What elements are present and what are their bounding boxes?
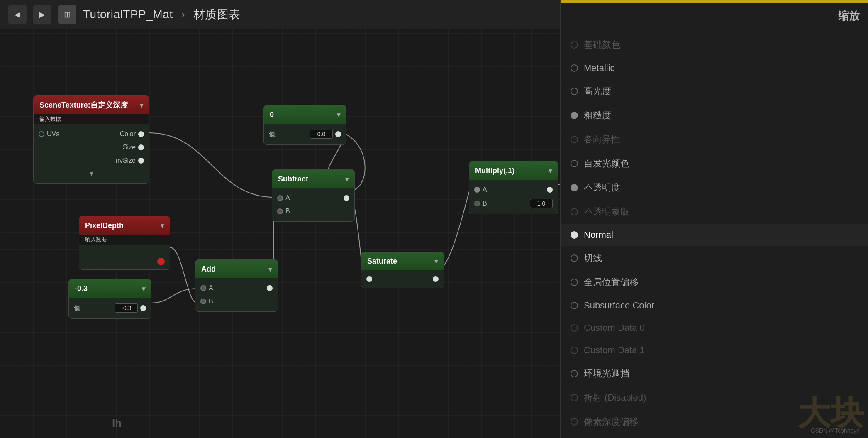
specular-dot — [571, 88, 578, 95]
subtract-out-a[interactable] — [344, 195, 349, 201]
const-neg-node: -0.3 ▾ 值 — [68, 279, 151, 319]
pixel-depth-title: PixelDepth — [85, 221, 124, 230]
saturate-header: Saturate ▾ — [361, 252, 444, 270]
add-b-port-in[interactable] — [200, 299, 206, 304]
const-neg-header: -0.3 ▾ — [69, 279, 151, 298]
multiply-body: A B — [469, 180, 558, 214]
multiply-a-port-in[interactable] — [474, 187, 480, 193]
multiply-b-port-in[interactable] — [474, 201, 480, 206]
sidebar-item-world-pos[interactable]: 全局位置偏移 — [561, 270, 868, 294]
sidebar-item-specular[interactable]: 高光度 — [561, 79, 868, 103]
saturate-node: Saturate ▾ — [361, 252, 444, 288]
multiply-header: Multiply(,1) ▾ — [469, 161, 558, 180]
bottom-hint-text: Ih — [112, 417, 122, 430]
sidebar-item-roughness[interactable]: 粗糙度 — [561, 103, 868, 127]
sidebar-item-custom-data-0[interactable]: Custom Data 0 — [561, 317, 868, 339]
base-color-dot — [571, 41, 578, 49]
add-a-port-in[interactable] — [200, 285, 206, 291]
sidebar-item-subsurface[interactable]: Subsurface Color — [561, 294, 868, 317]
invsize-row: InvSize — [34, 154, 149, 167]
breadcrumb-current: 材质图表 — [193, 7, 241, 22]
forward-button[interactable]: ▶ — [33, 5, 51, 24]
breadcrumb-separator: › — [181, 8, 185, 21]
sidebar-item-metallic[interactable]: Metallic — [561, 57, 868, 79]
zero-const-port-out[interactable] — [335, 131, 341, 137]
opacity-dot — [571, 184, 578, 191]
tangent-dot — [571, 254, 578, 262]
back-button[interactable]: ◀ — [8, 5, 27, 24]
saturate-body — [361, 270, 444, 288]
breadcrumb-root: TutorialTPP_Mat — [83, 8, 173, 21]
zero-const-input[interactable] — [310, 130, 333, 139]
uvs-port-in[interactable] — [39, 131, 44, 137]
scene-texture-node: SceneTexture:自定义深度 ▾ 输入数据 UVs Color Size — [33, 95, 149, 184]
sidebar-credits: CSDN @Tcohneyn — [811, 427, 860, 434]
const-neg-port-out[interactable] — [140, 305, 146, 311]
multiply-out[interactable] — [547, 187, 553, 193]
zero-const-node: 0 ▾ 值 — [263, 105, 346, 145]
add-expand[interactable]: ▾ — [268, 265, 272, 273]
pixel-depth-expand[interactable]: ▾ — [161, 222, 164, 230]
subtract-expand[interactable]: ▾ — [345, 175, 349, 183]
scene-texture-more[interactable]: ▾ — [34, 167, 149, 180]
subsurface-dot — [571, 302, 578, 309]
zero-const-expand[interactable]: ▾ — [337, 111, 340, 119]
multiply-a-row: A — [469, 183, 558, 196]
sidebar-title: 缩放 — [561, 3, 868, 29]
saturate-expand[interactable]: ▾ — [434, 257, 438, 265]
const-neg-expand[interactable]: ▾ — [142, 285, 145, 293]
world-pos-dot — [571, 279, 578, 286]
multiply-expand[interactable]: ▾ — [549, 167, 552, 175]
size-row: Size — [34, 141, 149, 154]
color-port-out[interactable] — [138, 131, 144, 137]
invsize-port-out[interactable] — [138, 158, 144, 164]
scene-texture-expand[interactable]: ▾ — [140, 101, 143, 109]
const-neg-body: 值 — [69, 298, 151, 318]
scene-texture-body: UVs Color Size InvSize ▾ — [34, 124, 149, 183]
scene-texture-title: SceneTexture:自定义深度 — [39, 100, 128, 110]
const-neg-title: -0.3 — [75, 284, 88, 293]
zero-const-value-row: 值 — [264, 127, 346, 141]
subtract-a-port-in[interactable] — [277, 195, 283, 201]
scene-texture-subtitle: 输入数据 — [34, 114, 149, 124]
pixel-depth-subtitle: 输入数据 — [79, 235, 170, 245]
sidebar-item-refraction[interactable]: 折射 (Disabled) — [561, 386, 868, 410]
add-out[interactable] — [267, 285, 273, 291]
sidebar-item-tangent[interactable]: 切线 — [561, 246, 868, 270]
sidebar-item-custom-data-1[interactable]: Custom Data 1 — [561, 339, 868, 362]
multiply-b-input[interactable] — [530, 199, 553, 208]
normal-dot — [571, 231, 578, 239]
const-neg-input[interactable] — [115, 303, 138, 313]
sidebar-item-base-color[interactable]: 基础颜色 — [561, 33, 868, 57]
pixel-depth-offset-dot — [571, 418, 578, 426]
add-title: Add — [201, 265, 216, 274]
ao-dot — [571, 370, 578, 377]
sidebar-item-emissive[interactable]: 自发光颜色 — [561, 152, 868, 176]
saturate-port-in[interactable] — [366, 276, 372, 282]
add-body: A B — [195, 278, 278, 311]
pixel-depth-node: PixelDepth ▾ 输入数据 — [79, 216, 170, 270]
pixel-depth-port-out[interactable] — [157, 258, 165, 265]
zero-const-title: 0 — [270, 110, 274, 119]
subtract-node: Subtract ▾ A B — [272, 169, 355, 222]
sidebar-item-anisotropy[interactable]: 各向异性 — [561, 127, 868, 152]
zero-const-header: 0 ▾ — [264, 105, 346, 124]
multiply-node: Multiply(,1) ▾ A B — [469, 161, 558, 214]
add-node: Add ▾ A B — [195, 259, 278, 312]
sidebar-item-ao[interactable]: 环境光遮挡 — [561, 362, 868, 386]
add-b-row: B — [195, 295, 278, 308]
size-port-out[interactable] — [138, 144, 144, 150]
zero-const-body: 值 — [264, 124, 346, 144]
custom-data-1-dot — [571, 347, 578, 354]
custom-data-0-dot — [571, 324, 578, 332]
sidebar-item-opacity-mask[interactable]: 不透明蒙版 — [561, 200, 868, 224]
sidebar-item-normal[interactable]: Normal — [561, 224, 868, 246]
subtract-b-port-in[interactable] — [277, 208, 283, 214]
subtract-a-row: A — [272, 191, 354, 205]
scene-texture-header: SceneTexture:自定义深度 ▾ — [34, 96, 149, 114]
sidebar-accent-bar — [561, 0, 868, 3]
subtract-title: Subtract — [278, 175, 308, 184]
sidebar-item-opacity[interactable]: 不透明度 — [561, 176, 868, 200]
saturate-port-out[interactable] — [433, 276, 439, 282]
const-neg-value-row: 值 — [69, 301, 151, 315]
